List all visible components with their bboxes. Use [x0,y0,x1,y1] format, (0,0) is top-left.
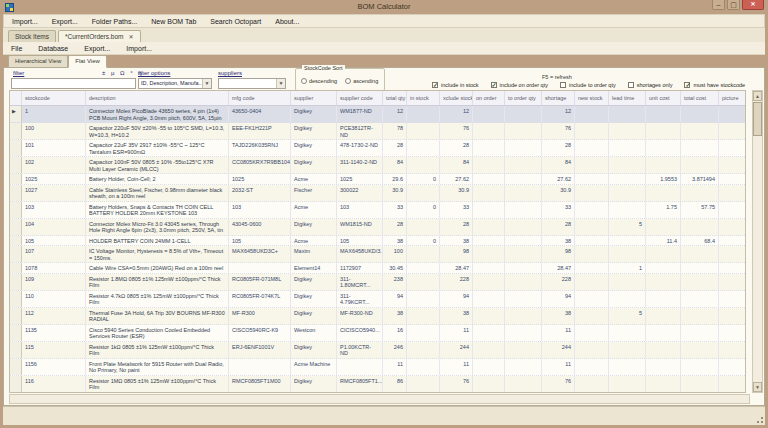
scroll-up-icon[interactable]: ▲ [753,91,762,101]
close-button[interactable]: ✕ [742,0,764,10]
table-row[interactable]: 115Resistor 1kΩ 0805 ±1% 125mW ±100ppm/°… [10,342,745,359]
cell-stockcode: 1025 [22,174,86,184]
header-cell-description[interactable]: description [86,91,229,105]
menu-item-search-octopart[interactable]: Search Octopart [210,18,261,25]
filter-input[interactable] [11,78,136,89]
row-selector[interactable] [10,123,22,139]
cell-to-order-qty [505,236,542,246]
filter-label: filter [13,70,24,76]
row-selector[interactable] [10,202,22,218]
cell-supplier-code: MF-R300-ND [337,308,383,324]
row-selector[interactable]: ▶ [10,106,22,122]
row-selector[interactable] [10,342,22,358]
header-cell-supplier-code[interactable]: supplier code [337,91,383,105]
row-selector[interactable] [10,274,22,290]
scrollbar-thumb[interactable] [753,102,762,136]
bom-menu-item-database[interactable]: Database [38,45,68,52]
table-row[interactable]: 102Capacitor 100nF 50V 0805 ± 10% -55to1… [10,157,745,174]
cell-supplier: Digikey [291,157,337,173]
title-bar[interactable]: BOM Calculator – ▢ ✕ [0,0,768,14]
vertical-scrollbar[interactable]: ▲ ▼ [752,90,763,393]
row-selector[interactable] [10,219,22,235]
tab-hierarchical-view[interactable]: Hierarchical View [8,55,68,68]
horizontal-scrollbar[interactable] [9,394,750,404]
cell-in-stock: 0 [407,236,440,246]
table-row[interactable]: 104Connector Molex Micro-Fit 3.0 43045 s… [10,219,745,236]
menu-item-folder-paths[interactable]: Folder Paths... [92,18,138,25]
cell-in-stock [407,140,440,156]
header-cell-xclude-stock[interactable]: xclude stock [440,91,473,105]
header-cell-lead-time[interactable]: lead time [609,91,646,105]
row-selector[interactable] [10,236,22,246]
table-row[interactable]: 116Resistor 1MΩ 0805 ±1% 125mW ±100ppm/°… [10,376,745,393]
tab-stock-items[interactable]: Stock Items [8,30,56,42]
resize-grip[interactable] [754,414,764,424]
suppliers-dropdown[interactable]: ▼ [218,78,286,89]
table-row[interactable]: 109Resistor 1.8MΩ 0805 ±1% 125mW ±100ppm… [10,274,745,291]
bom-menu-item-file[interactable]: File [11,45,22,52]
menu-item-new-bom-tab[interactable]: New BOM Tab [151,18,196,25]
menu-item-export[interactable]: Export... [52,18,78,25]
row-selector[interactable] [10,185,22,201]
table-row[interactable]: 110Resistor 4.7kΩ 0805 ±1% 125mW ±100ppm… [10,291,745,308]
table-row[interactable]: 105HOLDER BATTERY COIN 24MM 1-CELL105Acm… [10,236,745,247]
row-selector[interactable] [10,325,22,341]
cell-new-stock [575,140,609,156]
bom-menu-item-import[interactable]: Import... [126,45,152,52]
checkbox-include-on-order-qty[interactable]: ✓include on order qty [491,82,548,88]
row-selector[interactable] [10,140,22,156]
table-row[interactable]: 1027Cable Stainless Steel, Fischer, 0.98… [10,185,745,202]
table-row[interactable]: 103Battery Holders, Snaps & Contacts TH … [10,202,745,219]
row-selector[interactable] [10,308,22,324]
tab-flat-view[interactable]: Flat View [68,55,107,68]
header-cell-picture[interactable]: picture [719,91,746,105]
bom-menu-item-export[interactable]: Export... [84,45,110,52]
table-row[interactable]: 100Capacitor 220uF 50V ±20% -55 to 105°C… [10,123,745,140]
filter-options-dropdown[interactable]: ID, Description, Manufa... ▼ [138,78,212,89]
table-row[interactable]: ▶1Connector Molex PicoBlade 43650 series… [10,106,745,123]
sort-radio-ascending[interactable]: ascending [345,78,378,84]
header-cell-on-order[interactable]: on order [473,91,505,105]
close-tab-icon[interactable]: ✕ [129,34,134,40]
table-row[interactable]: 112Thermal Fuse 3A Hold, 6A Trip 30V BOU… [10,308,745,325]
header-cell-supplier[interactable]: supplier [291,91,337,105]
menu-item-about[interactable]: About... [275,18,299,25]
header-cell-new-stock[interactable]: new stock [575,91,609,105]
tab-currentorders-bom[interactable]: *CurrentOrders.bom✕ [58,30,141,42]
checkbox-include-in-stock[interactable]: ✓include in stock [432,82,479,88]
row-selector[interactable] [10,157,22,173]
row-selector[interactable] [10,246,22,262]
sort-radio-descending[interactable]: descending [301,78,337,84]
header-cell-mfg-code[interactable]: mfg code [229,91,291,105]
table-row[interactable]: 1025Battery Holder, Coin-Cell; 21025Acme… [10,174,745,185]
table-row[interactable]: 1135Cisco 5940 Series Conduction Cooled … [10,325,745,342]
table-row[interactable]: 107IC Voltage Monitor, Hysteresis = 8.5%… [10,246,745,263]
checkbox-must-have-stockcode[interactable]: ✓must have stockcode [684,82,745,88]
cell-supplier: Acme [291,236,337,246]
row-selector[interactable] [10,359,22,375]
cell-on-order [473,308,505,324]
header-cell-shortage[interactable]: shortage [542,91,575,105]
scroll-down-icon[interactable]: ▼ [753,382,762,392]
header-cell-in-stock[interactable]: in stock [407,91,440,105]
header-cell-unit-cost[interactable]: unit cost [646,91,681,105]
table-row[interactable]: 1078Cable Wire CSA=0.5mm (20AWG) Red on … [10,263,745,274]
row-selector[interactable] [10,174,22,184]
menu-item-import[interactable]: Import... [12,18,38,25]
minimize-button[interactable]: – [712,0,725,10]
header-cell-total-qty[interactable]: total qty [383,91,407,105]
table-row[interactable]: 1156Front Plate Metalwork for 5915 Route… [10,359,745,376]
maximize-button[interactable]: ▢ [727,0,740,10]
row-selector[interactable] [10,376,22,392]
table-row[interactable]: 101Capacitor 22uF 35V 2917 ±10% -55°C ~ … [10,140,745,157]
checkbox-include-to-order-qty[interactable]: include to order qty [560,82,616,88]
header-cell-total-cost[interactable]: total cost [681,91,719,105]
cell-picture [719,202,745,218]
row-selector[interactable] [10,263,22,273]
cell-supplier-code: CICISCO5940... [337,325,383,341]
cell-stockcode: 109 [22,274,86,290]
header-cell-stockcode[interactable]: stockcode [22,91,86,105]
checkbox-shortages-only[interactable]: shortages only [628,82,673,88]
header-cell-to-order-qty[interactable]: to order qty [505,91,542,105]
row-selector[interactable] [10,291,22,307]
